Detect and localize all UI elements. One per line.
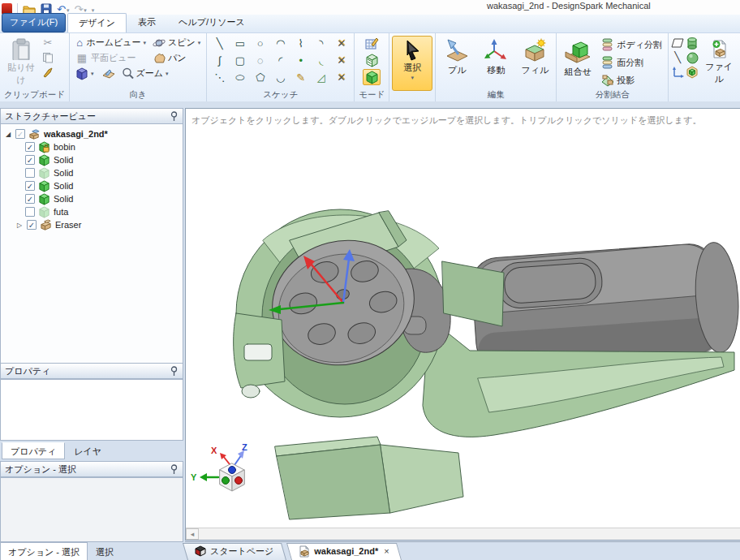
project-button[interactable]: 投影: [598, 72, 665, 88]
solid-mode-button[interactable]: [363, 69, 381, 85]
sketch-bend-icon[interactable]: ◟: [311, 52, 331, 69]
sketch-spline-icon[interactable]: ⌇: [290, 35, 311, 52]
visibility-checkbox[interactable]: ✓: [27, 220, 37, 230]
chevron-down-icon[interactable]: ▾: [198, 40, 201, 46]
pan-button[interactable]: パン: [149, 50, 190, 66]
tab-properties[interactable]: プロパティ: [2, 442, 65, 459]
insert-line-icon[interactable]: ╲: [671, 51, 684, 64]
select-button[interactable]: 選択 ▾: [392, 36, 432, 91]
tab-design[interactable]: デザイン: [67, 13, 127, 32]
tab-view[interactable]: 表示: [127, 12, 167, 32]
design-viewport[interactable]: オブジェクトをクリックします。ダブルクリックでエッジループを選択します。トリプル…: [185, 108, 740, 541]
sketch-construction-circle-icon[interactable]: ◌: [250, 52, 270, 69]
plan-view-button[interactable]: ▦平面ビュー: [72, 50, 149, 66]
horizontal-scrollbar[interactable]: ◂: [186, 528, 740, 540]
sketch-project-icon[interactable]: ◿: [311, 69, 331, 86]
sketch-trim-away-icon[interactable]: ✕: [331, 35, 351, 52]
sketch-line-icon[interactable]: ╲: [209, 35, 230, 52]
tree-item-futa[interactable]: futa: [1, 205, 183, 218]
section-mode-button[interactable]: [363, 52, 381, 68]
scroll-left-arrow[interactable]: ◂: [186, 528, 199, 540]
sketch-rounded-rectangle-icon[interactable]: ▢: [230, 52, 250, 69]
pin-icon[interactable]: [170, 366, 179, 377]
sketch-circle-icon[interactable]: ○: [250, 35, 270, 52]
model-canvas[interactable]: Z X Y: [186, 109, 740, 541]
chevron-down-icon[interactable]: ▾: [143, 40, 146, 46]
insert-file-button[interactable]: ファイル: [700, 35, 738, 87]
visibility-checkbox[interactable]: ✓: [25, 155, 35, 165]
sketch-rectangle-icon[interactable]: ▭: [230, 35, 250, 52]
sketch-plane-icon[interactable]: ✎: [290, 69, 311, 86]
chevron-down-icon[interactable]: ▾: [411, 75, 415, 81]
tab-select[interactable]: 選択: [88, 542, 122, 560]
tab-start-page[interactable]: スタートページ: [187, 542, 291, 560]
visibility-checkbox[interactable]: ✓: [25, 194, 35, 204]
expander-icon[interactable]: ▷: [15, 222, 24, 229]
tree-item-label: Solid: [54, 181, 73, 191]
visibility-checkbox[interactable]: ✓: [25, 181, 35, 191]
home-view-button[interactable]: ⌂ホームビュー▾: [72, 35, 149, 50]
tab-wakasagi-2nd[interactable]: wakasagi_2nd* ×: [291, 542, 407, 560]
close-icon[interactable]: ×: [384, 546, 389, 556]
split-body-button[interactable]: ボディ分割: [598, 37, 665, 53]
insert-plane-icon[interactable]: [671, 37, 684, 50]
tab-options-select[interactable]: オプション - 選択: [0, 542, 88, 560]
file-menu-button[interactable]: ファイル(F): [2, 13, 66, 32]
chevron-down-icon[interactable]: ▾: [91, 71, 94, 77]
tree-item-root[interactable]: ◢ ✓ wakasagi_2nd*: [1, 127, 183, 140]
visibility-checkbox[interactable]: [25, 207, 35, 217]
spin-button[interactable]: スピン▾: [149, 35, 204, 50]
sketch-three-point-arc-icon[interactable]: ◡: [270, 69, 290, 86]
bottom-panel-tabs: オプション - 選択 選択: [0, 542, 183, 560]
zoom-button[interactable]: ズーム▾: [118, 66, 172, 81]
tab-help-resources[interactable]: ヘルプ/リソース: [167, 12, 256, 32]
tab-layers[interactable]: レイヤ: [65, 442, 110, 459]
sketch-mode-button[interactable]: [363, 35, 381, 51]
sketch-construction-line-icon[interactable]: ⋱: [209, 69, 230, 86]
pin-icon[interactable]: [170, 464, 179, 475]
axis-y-label: Y: [191, 472, 197, 482]
sketch-polygon-icon[interactable]: ⬠: [250, 69, 270, 86]
view-cube-button[interactable]: ▾: [72, 66, 97, 81]
pull-button[interactable]: プル: [438, 35, 475, 87]
tree-item-solid[interactable]: ✓ Solid: [1, 179, 183, 192]
sketch-sweep-arc-icon[interactable]: ◜: [270, 52, 290, 69]
sketch-curve-icon[interactable]: ∫: [209, 52, 230, 69]
sketch-ellipse-icon[interactable]: ⬭: [230, 69, 250, 86]
sketch-tangent-arc-icon[interactable]: ◠: [270, 35, 290, 52]
fill-button[interactable]: フィル: [516, 35, 553, 87]
insert-sphere-icon[interactable]: [686, 51, 699, 64]
visibility-checkbox[interactable]: ✓: [15, 129, 25, 139]
tree-item-bobin[interactable]: ✓ bobin: [1, 140, 183, 153]
pin-icon[interactable]: [170, 111, 179, 122]
visibility-checkbox[interactable]: ✓: [25, 142, 35, 152]
options-body: [0, 477, 183, 542]
split-face-button[interactable]: 面分割: [598, 54, 665, 71]
expander-icon[interactable]: ◢: [4, 131, 12, 138]
sketch-view-button[interactable]: [97, 66, 118, 81]
move-button[interactable]: 移動: [477, 35, 514, 87]
tree-item-solid[interactable]: ✓ Solid: [1, 153, 183, 166]
tree-item-solid[interactable]: ✓ Solid: [1, 192, 183, 205]
sketch-trim-corner-icon[interactable]: ✕: [331, 69, 351, 86]
section-mode-icon: [365, 54, 379, 67]
format-painter-button[interactable]: [41, 66, 54, 79]
insert-axes-icon[interactable]: [671, 66, 684, 79]
cut-button[interactable]: ✂: [41, 37, 54, 50]
group-mode: モード: [355, 33, 389, 101]
chevron-down-icon[interactable]: ▾: [166, 71, 169, 77]
sketch-point-icon[interactable]: •: [290, 52, 311, 69]
tree-item-eraser[interactable]: ▷ ✓ Eraser: [1, 218, 183, 231]
paste-button[interactable]: 貼り付け: [2, 35, 40, 87]
sketch-split-curve-icon[interactable]: ✕: [331, 52, 351, 69]
sketch-create-corner-icon[interactable]: ◝: [311, 35, 331, 52]
combine-button[interactable]: 組合せ: [559, 35, 596, 87]
tree-item-solid[interactable]: Solid: [1, 166, 183, 179]
insert-shell-icon[interactable]: [686, 66, 699, 79]
copy-button[interactable]: [41, 51, 54, 64]
combine-icon: [564, 38, 592, 64]
nav-cube[interactable]: Z X Y: [191, 442, 247, 491]
structure-panel-header: ストラクチャービュー: [0, 108, 183, 124]
insert-cylinder-icon[interactable]: [686, 37, 699, 50]
visibility-checkbox[interactable]: [25, 168, 35, 178]
